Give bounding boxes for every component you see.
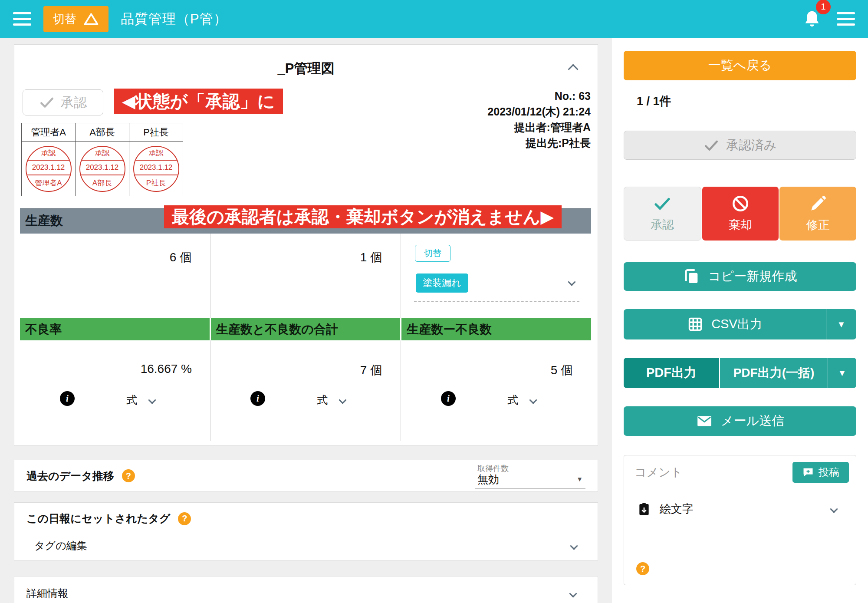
past-data-title: 過去のデータ推移: [26, 469, 114, 483]
tag-edit-toggle[interactable]: タグの編集: [26, 539, 585, 553]
grid-cell-production: 6 個: [20, 234, 210, 318]
grid-header-defect-rate: 不良率: [20, 318, 210, 340]
approve-button[interactable]: 承認: [624, 187, 701, 241]
stamp-date: 2023.1.12: [26, 160, 71, 175]
annotation-status: ◀状態が「承認」に: [114, 89, 283, 114]
stamp-status: 承認: [80, 147, 125, 160]
cell-dashed-underline: [414, 301, 579, 302]
diff-value: 5 個: [551, 362, 573, 379]
stamp-header: 管理者A: [22, 123, 76, 142]
notifications-button[interactable]: 1: [802, 8, 822, 30]
formula-dropdown[interactable]: 式: [126, 393, 155, 407]
info-icon[interactable]: i: [60, 391, 75, 406]
pdf-dropdown-button[interactable]: ▼: [828, 358, 856, 388]
select-arrow-icon: ▼: [576, 475, 583, 483]
modify-label: 修正: [806, 217, 830, 233]
annotation-last-approver: 最後の承認者は承認・棄却ボタンが消えません▶: [164, 205, 562, 228]
copy-new-button[interactable]: コピー新規作成: [624, 262, 856, 291]
approve-label: 承認: [651, 217, 674, 233]
post-comment-button[interactable]: 投稿: [792, 462, 849, 483]
data-grid: 生産数 6 個 1 個 切替 塗装漏れ: [20, 208, 591, 441]
stamp-cell: 承認 2023.1.12 A部長: [76, 142, 129, 196]
prohibition-icon: [731, 194, 750, 213]
modify-button[interactable]: 修正: [779, 187, 856, 241]
stamp-name: 管理者A: [26, 175, 71, 191]
reject-button[interactable]: 棄却: [702, 187, 779, 241]
send-mail-button[interactable]: メール送信: [624, 406, 856, 436]
cell-switch-button[interactable]: 切替: [415, 245, 450, 262]
sidebar: 一覧へ戻る 1 / 1件 承認済み 承認 棄却 修正 コピー新規作成: [612, 38, 868, 603]
dropdown-arrow-icon: ▼: [838, 368, 847, 378]
chevron-down-icon: [830, 505, 838, 513]
fetch-count-label: 取得件数: [477, 464, 583, 473]
defect-tag-chip[interactable]: 塗装漏れ: [416, 273, 468, 293]
stamp-date: 2023.1.12: [80, 160, 125, 175]
defect-rate-value: 16.667 %: [141, 362, 192, 376]
report-submitted-to: 提出先:P社長: [487, 135, 591, 151]
info-icon[interactable]: i: [250, 391, 265, 406]
cell-dropdown-chevron-icon[interactable]: [569, 279, 575, 287]
dropdown-arrow-icon: ▼: [837, 320, 846, 330]
details-card[interactable]: 詳細情報: [14, 576, 598, 603]
stamp-cell: 承認 2023.1.12 P社長: [129, 142, 183, 196]
tags-title: この日報にセットされたタグ: [26, 511, 170, 526]
grid-cell-defect-type: 切替 塗装漏れ: [401, 234, 591, 318]
grid-header-diff: 生産数ー不良数: [400, 318, 591, 340]
switch-mode-button[interactable]: 切替: [43, 6, 108, 32]
table-grid-icon: [687, 316, 704, 333]
grid-value-row-2: 16.667 % i 式 7 個 i 式 5 個: [20, 340, 591, 441]
copy-icon: [683, 268, 700, 285]
post-comment-label: 投稿: [819, 465, 839, 479]
grid-header-sum: 生産数と不良数の合計: [210, 318, 401, 340]
warning-triangle-icon: [83, 12, 99, 26]
approval-stamp-table: 管理者A A部長 P社長 承認 2023.1.12 管理者A 承認: [21, 123, 183, 196]
grid-cell-defect-rate: 16.667 % i 式: [20, 340, 210, 441]
help-icon[interactable]: ?: [178, 512, 191, 525]
formula-dropdown[interactable]: 式: [317, 393, 345, 407]
app-title: 品質管理（P管）: [121, 10, 227, 28]
approved-state-label: 承認: [61, 94, 87, 112]
topbar: 切替 品質管理（P管） 1: [0, 0, 868, 38]
switch-mode-label: 切替: [53, 11, 76, 27]
tag-edit-label: タグの編集: [34, 539, 87, 553]
grid-header-row-2: 不良率 生産数と不良数の合計 生産数ー不良数: [20, 318, 591, 340]
help-icon[interactable]: ?: [122, 469, 135, 482]
emoji-toggle[interactable]: 絵文字: [624, 489, 856, 517]
stamp-status: 承認: [134, 147, 178, 160]
back-to-list-button[interactable]: 一覧へ戻る: [624, 51, 856, 80]
csv-export-button[interactable]: CSV出力: [624, 309, 826, 339]
sum-value: 7 個: [360, 362, 382, 379]
csv-split-button: CSV出力 ▼: [624, 309, 856, 339]
report-meta: No.: 63 2023/01/12(木) 21:24 提出者:管理者A 提出先…: [487, 88, 591, 151]
comment-header: コメント 投稿: [624, 455, 856, 489]
formula-label: 式: [507, 393, 518, 407]
send-mail-label: メール送信: [721, 412, 784, 430]
help-icon[interactable]: ?: [636, 562, 649, 575]
check-icon: [704, 138, 719, 153]
pdf-export-batch-button[interactable]: PDF出力(一括): [719, 358, 828, 388]
stamp-name: A部長: [80, 175, 125, 191]
stamp-header: P社長: [129, 123, 183, 142]
notification-badge: 1: [816, 0, 831, 14]
csv-export-label: CSV出力: [711, 316, 763, 333]
csv-dropdown-button[interactable]: ▼: [826, 309, 856, 339]
comment-card: コメント 投稿 絵文字 ?: [624, 455, 856, 585]
past-data-card: 過去のデータ推移 ? 取得件数 無効 ▼: [14, 460, 598, 492]
info-icon[interactable]: i: [441, 391, 456, 406]
formula-dropdown[interactable]: 式: [507, 393, 536, 407]
menu-icon[interactable]: [13, 12, 31, 26]
report-datetime: 2023/01/12(木) 21:24: [487, 104, 591, 119]
right-menu-icon[interactable]: [837, 12, 855, 26]
fetch-count-select[interactable]: 取得件数 無効 ▼: [475, 463, 585, 489]
production-value: 6 個: [170, 249, 192, 266]
chevron-down-icon: [570, 542, 578, 550]
details-title: 詳細情報: [26, 587, 68, 600]
pdf-export-button[interactable]: PDF出力: [624, 358, 719, 388]
speech-bubble-plus-icon: [802, 466, 814, 478]
copy-new-label: コピー新規作成: [708, 268, 797, 285]
approved-status-label: 承認済み: [726, 137, 777, 154]
collapse-chevron-icon[interactable]: [569, 66, 577, 75]
report-number: No.: 63: [487, 88, 591, 104]
chevron-down-icon: [569, 590, 577, 597]
defects-value: 1 個: [360, 249, 382, 266]
